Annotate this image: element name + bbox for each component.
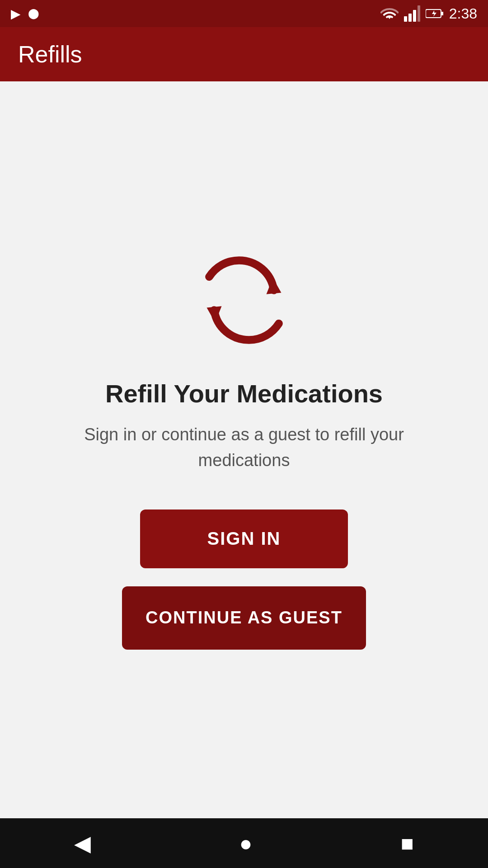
app-bar: Refills [0,27,488,81]
wifi-icon [380,6,399,21]
svg-rect-2 [413,10,416,22]
svg-rect-0 [404,16,407,22]
text-section: Refill Your Medications Sign in or conti… [36,379,452,473]
buttons-section: SIGN IN CONTINUE AS GUEST [36,509,452,650]
battery-icon [426,8,444,19]
sub-text: Sign in or continue as a guest to refill… [36,422,452,473]
svg-rect-3 [418,5,420,22]
status-left-icons: ▶ ⬤ [11,6,39,21]
app-title: Refills [18,41,82,68]
play-icon: ▶ [11,6,21,21]
status-right-icons: 2:38 [380,5,477,22]
refill-icon-container [194,250,294,352]
status-bar: ▶ ⬤ 2:38 [0,0,488,27]
home-button[interactable]: ● [239,831,252,856]
status-time: 2:38 [449,5,477,22]
continue-as-guest-button[interactable]: CONTINUE AS GUEST [122,586,366,650]
signal-icon [404,5,420,22]
main-content: Refill Your Medications Sign in or conti… [0,81,488,818]
record-icon: ⬤ [28,8,39,19]
bottom-navigation-bar: ◀ ● ■ [0,818,488,868]
back-button[interactable]: ◀ [74,830,91,856]
sign-in-button[interactable]: SIGN IN [140,509,348,568]
main-heading: Refill Your Medications [36,379,452,408]
refill-sync-icon [194,250,294,350]
recents-button[interactable]: ■ [401,831,414,856]
svg-rect-1 [408,14,412,22]
svg-rect-5 [441,12,443,15]
